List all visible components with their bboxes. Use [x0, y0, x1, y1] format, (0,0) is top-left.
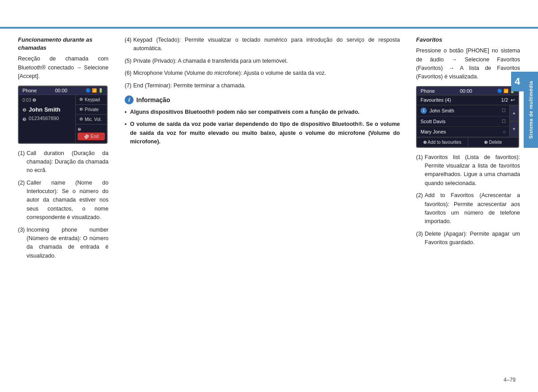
duration-num: 0:03: [22, 98, 31, 103]
phone-main-area: 0:03 ❶ ❷ John Smith ❸ 01234567890: [19, 95, 75, 143]
fav-signal-icon: 📶: [503, 89, 508, 93]
bt-icon: 🔵: [86, 88, 91, 93]
scroll-up-icon: ▲: [512, 111, 516, 115]
item-num: (2): [416, 191, 423, 226]
right-column: Favoritos Pressione o botão [PHONE] no s…: [408, 36, 520, 374]
phone-body: 0:03 ❶ ❷ John Smith ❸ 01234567890 ❹: [19, 95, 107, 143]
contact-type-icon: ☐: [502, 108, 506, 113]
circle1: ❶: [32, 98, 36, 103]
fav-phone-label: Phone: [421, 88, 435, 94]
call-duration: 0:03 ❶: [22, 98, 72, 103]
item-num: (5): [125, 57, 131, 65]
list-item: (3) Delete (Apagar): Permite apagar um F…: [416, 230, 520, 247]
left-column: Funcionamento durante as chamadas Receçã…: [18, 36, 117, 374]
left-section-title: Funcionamento durante as chamadas: [18, 36, 108, 52]
item-text: Call duration (Duração da chamada): Dura…: [26, 149, 108, 175]
mid-items-list: (4) Keypad (Teclado): Permite visualizar…: [125, 36, 400, 90]
fav-bt-icon: 🔵: [497, 89, 502, 93]
fav-phone-time: 00:00: [460, 88, 473, 94]
circle3: ❸: [484, 140, 488, 145]
caller-number-num: ❸: [22, 117, 26, 122]
back-icon[interactable]: ↩: [511, 97, 515, 103]
fav-contact-row[interactable]: Mary Jones ⌂: [417, 127, 509, 137]
item-num: (1): [18, 149, 25, 175]
phone-sidebar-buttons: ❹ Keypad ❺ Private ❻ Mic. Vol. ❼ ☎: [75, 95, 107, 143]
contact-type-icon: ⌂: [503, 129, 506, 134]
phone-label: Phone: [22, 88, 37, 93]
fav-contact-area: 1 John Smith ☐ Scott Davis ☐ Mary Jone: [417, 105, 518, 137]
contact-name: John Smith: [430, 108, 454, 113]
item-num: (6): [125, 69, 131, 78]
add-fav-btn[interactable]: ❷ Add to favourites: [417, 138, 468, 147]
list-item: (7) End (Terminar): Permite terminar a c…: [125, 82, 400, 90]
sidebar-label-text: Sistema de multimédia: [528, 81, 534, 139]
end-btn[interactable]: ❼ ☎ End: [76, 125, 107, 143]
sidebar-label: Sistema de multimédia: [524, 72, 538, 148]
fav-contact-row[interactable]: 1 John Smith ☐: [417, 105, 509, 116]
left-items-list: (1) Call duration (Duração da chamada): …: [18, 149, 108, 261]
circle2: ❷: [423, 140, 427, 145]
delete-label: Delete: [489, 140, 502, 145]
mic-vol-label: Mic. Vol.: [85, 117, 102, 122]
item-num: (3): [18, 226, 25, 261]
left-intro-text: Receção de chamada com Bluetooth® conect…: [18, 55, 108, 81]
page-number: 4–79: [503, 377, 516, 383]
item-num: (7): [125, 82, 131, 90]
item-num: (2): [18, 179, 25, 222]
item-num: (1): [416, 153, 423, 188]
item-text: Private (Privado): A chamada é transferi…: [133, 57, 288, 65]
item-text: Keypad (Teclado): Permite visualizar o t…: [133, 36, 400, 53]
battery-icon: 🔋: [98, 88, 103, 93]
list-item: (6) Microphone Volume (Volume do microfo…: [125, 69, 400, 78]
fav-pages: 1/2: [501, 97, 508, 103]
item-text: Add to Favoritos (Acrescentar a favorito…: [425, 191, 520, 226]
list-item: (1) Call duration (Duração da chamada): …: [18, 149, 108, 175]
phone-time: 00:00: [55, 88, 68, 93]
circle5: ❺: [79, 107, 83, 112]
private-btn[interactable]: ❺ Private: [76, 105, 107, 115]
item-text: Favoritos list (Lista de favoritos): Per…: [425, 153, 520, 188]
fav-contact-row[interactable]: Scott Davis ☐: [417, 116, 509, 127]
fav-row-name: 1 John Smith: [421, 108, 454, 114]
fav-header: Phone 00:00 🔵 📶 🔋: [417, 87, 518, 95]
contact-name: Mary Jones: [421, 129, 446, 134]
scroll-down-btn[interactable]: ▼: [510, 121, 518, 137]
page-number-text: 4–79: [503, 377, 516, 383]
scroll-down-icon: ▼: [512, 127, 516, 131]
info-box: i Informação Alguns dispositivos Bluetoo…: [125, 95, 400, 146]
mic-vol-btn[interactable]: ❻ Mic. Vol.: [76, 115, 107, 125]
fav-phone-screen: Phone 00:00 🔵 📶 🔋 Favourites (4) 1/2 ↩: [416, 86, 519, 148]
list-item: (2) Add to Favoritos (Acrescentar a favo…: [416, 191, 520, 226]
caller-number: 01234567890: [29, 116, 59, 121]
keypad-btn[interactable]: ❹ Keypad: [76, 95, 107, 105]
list-item: (4) Keypad (Teclado): Permite visualizar…: [125, 36, 400, 53]
item-text: End (Terminar): Permite terminar a chama…: [133, 82, 246, 90]
fav-row-name: Mary Jones: [421, 129, 446, 134]
phone-header: Phone 00:00 🔵 📶 🔋: [19, 86, 107, 95]
bullet-item: Alguns dispositivos Bluetooth® podem não…: [125, 108, 400, 116]
scroll-up-btn[interactable]: ▲: [510, 105, 518, 121]
sidebar-number: 4: [511, 72, 524, 91]
item-num: (4): [125, 36, 131, 53]
list-item: (3) Incoming phone number (Número de ent…: [18, 226, 108, 261]
item-text: Delete (Apagar): Permite apagar um Favor…: [425, 230, 520, 247]
fav-sub-label: Favourites (4): [421, 97, 451, 103]
info-title: i Informação: [125, 95, 400, 104]
private-label: Private: [85, 107, 99, 112]
info-icon: i: [125, 95, 134, 104]
fav-footer: ❷ Add to favourites ❸ Delete: [417, 137, 518, 147]
list-item: (2) Caller name (Nome do Interlocutor): …: [18, 179, 108, 222]
item-num: (3): [416, 230, 423, 247]
end-icon: ☎: [83, 133, 90, 140]
item-text: Microphone Volume (Volume do microfone):…: [133, 69, 326, 78]
mid-column: (4) Keypad (Teclado): Permite visualizar…: [117, 36, 408, 374]
caller-name-num: ❷: [22, 108, 26, 112]
circle7: ❼: [78, 127, 81, 132]
top-rule: [0, 27, 538, 29]
fav-contacts: 1 John Smith ☐ Scott Davis ☐ Mary Jone: [417, 105, 509, 137]
delete-btn[interactable]: ❸ Delete: [468, 138, 519, 147]
contact-name: Scott Davis: [421, 119, 446, 124]
contact-type-icon: ☐: [502, 119, 506, 124]
end-label: End: [91, 134, 99, 139]
phone-status-icons: 🔵 📶 🔋: [86, 88, 103, 93]
